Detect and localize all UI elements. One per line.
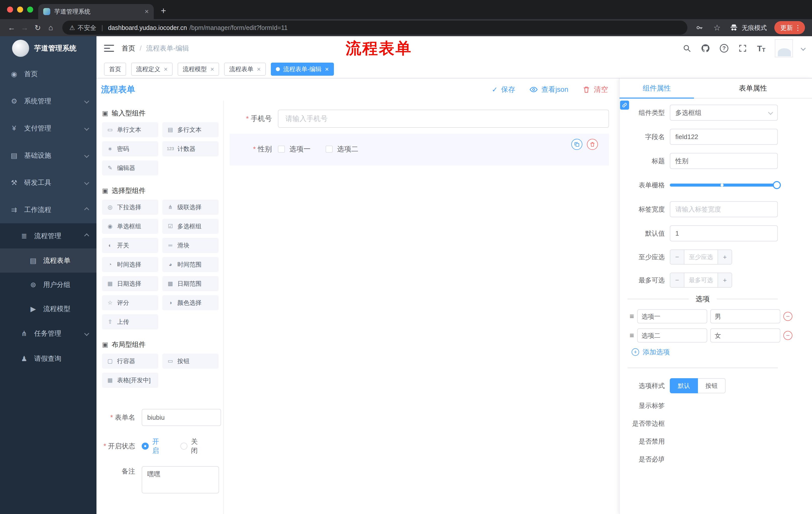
palette-item-single-line-text[interactable]: ▭单行文本 bbox=[102, 122, 158, 137]
reload-button[interactable]: ↻ bbox=[31, 21, 44, 34]
help-icon[interactable]: ? bbox=[719, 43, 729, 53]
palette-item-color-picker[interactable]: ◑颜色选择 bbox=[162, 295, 219, 310]
palette-item-cascader[interactable]: ⋔级联选择 bbox=[162, 200, 219, 215]
user-avatar[interactable] bbox=[775, 39, 793, 57]
tab-component-props[interactable]: 组件属性 bbox=[619, 78, 694, 98]
drag-handle-icon[interactable]: ≡ bbox=[630, 331, 634, 340]
user-caret-down-icon[interactable] bbox=[801, 46, 806, 51]
palette-item-time-picker[interactable]: ◔时间选择 bbox=[102, 257, 158, 272]
remove-option-icon[interactable]: − bbox=[783, 312, 792, 321]
palette-item-row-container[interactable]: ▢行容器 bbox=[102, 354, 158, 369]
increase-icon[interactable]: + bbox=[718, 250, 732, 264]
sidebar-item-devtools[interactable]: ⚒ 研发工具 bbox=[0, 169, 96, 196]
sidebar-item-workflow[interactable]: ⇉ 工作流程 bbox=[0, 196, 96, 223]
tab-close-icon[interactable]: × bbox=[145, 7, 149, 16]
sidebar-toggle-icon[interactable] bbox=[96, 36, 122, 60]
sidebar-item-process-model[interactable]: ▶ 流程模型 bbox=[0, 297, 96, 321]
breadcrumb-home[interactable]: 首页 bbox=[122, 44, 135, 53]
grid-slider[interactable] bbox=[670, 177, 778, 193]
checkbox-box[interactable] bbox=[326, 145, 332, 153]
decrease-icon[interactable]: − bbox=[670, 273, 685, 287]
palette-item-table[interactable]: ▦表格[开发中] bbox=[102, 373, 158, 388]
sidebar-item-process-form[interactable]: ▤ 流程表单 bbox=[0, 248, 96, 273]
remove-option-icon[interactable]: − bbox=[783, 331, 792, 340]
checkbox-box[interactable] bbox=[278, 145, 285, 153]
sidebar-item-user-group[interactable]: ⊚ 用户分组 bbox=[0, 273, 96, 297]
label-width-input[interactable] bbox=[670, 201, 778, 217]
component-type-select[interactable] bbox=[670, 105, 778, 121]
maximize-window-button[interactable] bbox=[27, 6, 33, 12]
palette-item-button[interactable]: ▭按钮 bbox=[162, 354, 219, 369]
max-select-value[interactable]: 最多可选 bbox=[685, 273, 718, 287]
palette-item-password[interactable]: ∗密码 bbox=[102, 141, 158, 156]
option-1-label-input[interactable] bbox=[637, 309, 707, 323]
slider-track[interactable] bbox=[670, 184, 778, 187]
tag-close-icon[interactable]: × bbox=[210, 65, 214, 73]
sidebar-item-leave-query[interactable]: ♟ 请假查询 bbox=[0, 346, 96, 371]
save-button[interactable]: ✓ 保存 bbox=[492, 85, 515, 94]
phone-field-input[interactable] bbox=[278, 110, 609, 128]
tab-form-props[interactable]: 表单属性 bbox=[694, 78, 812, 98]
option-2-label-input[interactable] bbox=[637, 328, 707, 343]
drag-handle-icon[interactable]: ≡ bbox=[630, 312, 634, 321]
github-icon[interactable] bbox=[700, 43, 710, 53]
address-bar[interactable]: ⚠ 不安全 | dashboard.yudao.iocoder.cn/bpm/m… bbox=[62, 21, 687, 35]
palette-item-multi-line-text[interactable]: ▤多行文本 bbox=[162, 122, 219, 137]
palette-item-switch[interactable]: ◐开关 bbox=[102, 238, 158, 253]
palette-item-upload[interactable]: ⇧上传 bbox=[102, 314, 158, 329]
selected-component-gender[interactable]: 性别 选项一 选项二 bbox=[230, 134, 609, 165]
palette-item-editor[interactable]: ✎编辑器 bbox=[102, 160, 158, 175]
checkbox-option-1[interactable]: 选项一 bbox=[278, 144, 311, 154]
default-value-input[interactable] bbox=[670, 225, 778, 241]
palette-item-date-picker[interactable]: ▦日期选择 bbox=[102, 276, 158, 291]
style-button-button[interactable]: 按钮 bbox=[698, 378, 726, 393]
option-1-value-input[interactable] bbox=[710, 309, 780, 323]
font-size-icon[interactable]: TT bbox=[756, 43, 766, 53]
field-name-input[interactable] bbox=[670, 129, 778, 145]
fullscreen-icon[interactable] bbox=[737, 43, 748, 53]
form-remark-textarea[interactable]: 嘿嘿 bbox=[142, 466, 219, 493]
search-icon[interactable] bbox=[682, 43, 692, 53]
tag-process-model[interactable]: 流程模型 × bbox=[178, 63, 219, 76]
title-input[interactable] bbox=[670, 153, 778, 169]
update-browser-button[interactable]: 更新 ⋮ bbox=[774, 21, 805, 34]
tag-home[interactable]: 首页 bbox=[104, 63, 126, 76]
back-button[interactable]: ← bbox=[5, 21, 18, 34]
palette-item-slider[interactable]: ═滑块 bbox=[162, 238, 219, 253]
component-type-value[interactable] bbox=[670, 105, 778, 121]
palette-item-dropdown[interactable]: ◎下拉选择 bbox=[102, 200, 158, 215]
tag-process-form[interactable]: 流程表单 × bbox=[224, 63, 266, 76]
palette-item-counter[interactable]: 123计数器 bbox=[162, 141, 219, 156]
sidebar-item-task-management[interactable]: ⋔ 任务管理 bbox=[0, 321, 96, 346]
sidebar-item-infra[interactable]: ▤ 基础设施 bbox=[0, 142, 96, 169]
tag-close-icon[interactable]: × bbox=[257, 65, 261, 73]
tag-process-form-edit[interactable]: 流程表单-编辑 × bbox=[271, 63, 334, 76]
close-window-button[interactable] bbox=[7, 6, 13, 12]
palette-item-date-range[interactable]: ▩日期范围 bbox=[162, 276, 219, 291]
checkbox-option-2[interactable]: 选项二 bbox=[326, 144, 358, 154]
slider-handle[interactable] bbox=[773, 181, 781, 189]
style-default-button[interactable]: 默认 bbox=[670, 378, 698, 393]
min-select-value[interactable]: 至少应选 bbox=[685, 250, 718, 264]
minimize-window-button[interactable] bbox=[17, 6, 23, 12]
palette-item-rate[interactable]: ☆评分 bbox=[102, 295, 158, 310]
sidebar-item-system[interactable]: ⚙ 系统管理 bbox=[0, 87, 96, 115]
copy-component-button[interactable] bbox=[571, 139, 582, 150]
palette-item-checkbox-group[interactable]: ☑多选框组 bbox=[162, 219, 219, 234]
bookmark-star-icon[interactable]: ☆ bbox=[712, 23, 722, 33]
browser-tab[interactable]: 芋道管理系统 × bbox=[38, 4, 154, 19]
tag-process-definition[interactable]: 流程定义 × bbox=[131, 63, 173, 76]
palette-item-radio-group[interactable]: ◉单选框组 bbox=[102, 219, 158, 234]
status-off-radio[interactable]: 关闭 bbox=[180, 437, 204, 455]
palette-item-time-range[interactable]: ◕时间范围 bbox=[162, 257, 219, 272]
sidebar-item-process-management[interactable]: ≣ 流程管理 bbox=[0, 223, 96, 248]
sidebar-item-payment[interactable]: ¥ 支付管理 bbox=[0, 115, 96, 142]
increase-icon[interactable]: + bbox=[718, 273, 732, 287]
add-option-button[interactable]: + 添加选项 bbox=[632, 348, 812, 357]
decrease-icon[interactable]: − bbox=[670, 250, 685, 264]
sidebar-item-home[interactable]: ◉ 首页 bbox=[0, 60, 96, 87]
delete-component-button[interactable] bbox=[587, 139, 598, 150]
forward-button[interactable]: → bbox=[18, 21, 31, 34]
tag-close-icon[interactable]: × bbox=[164, 65, 168, 73]
view-json-button[interactable]: 查看json bbox=[529, 85, 568, 94]
